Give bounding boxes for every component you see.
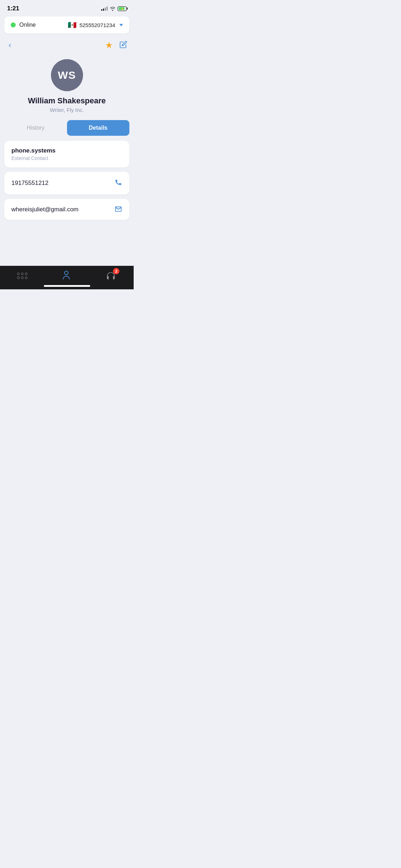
email-card[interactable]: whereisjuliet@gmail.com [4,199,129,220]
online-dot [11,22,16,27]
online-label: Online [19,22,36,28]
contacts-person-icon [61,271,71,281]
source-name: phone.systems [11,147,122,154]
signal-bars-icon [101,6,108,11]
call-icon[interactable] [114,178,122,188]
contact-title: Writer, Fly Inc. [50,107,84,113]
back-button[interactable]: ‹ [6,38,13,52]
tabs-row: History Details [4,120,129,136]
nav-item-calls[interactable]: 2 [105,271,117,281]
tab-history[interactable]: History [4,120,67,136]
online-status-bar[interactable]: Online 🇲🇽 525552071234 [4,16,129,33]
email-value: whereisjuliet@gmail.com [11,206,78,213]
contact-section: WS William Shakespeare Writer, Fly Inc. [0,53,134,120]
tab-details[interactable]: Details [67,120,130,136]
wifi-icon [110,6,115,11]
source-card: phone.systems External Contact [4,141,129,167]
status-bar: 1:21 ⚡ [0,0,134,14]
home-indicator [44,285,90,287]
avatar: WS [51,59,83,91]
email-icon[interactable] [114,205,122,213]
country-flag-icon: 🇲🇽 [68,21,77,29]
contact-name: William Shakespeare [28,96,106,105]
phone-card[interactable]: 19175551212 [4,172,129,195]
active-phone-number: 525552071234 [79,22,115,28]
nav-item-contacts[interactable] [61,271,71,281]
status-icons: ⚡ [101,6,127,11]
status-time: 1:21 [7,5,19,12]
calls-badge: 2 [113,268,119,274]
dropdown-arrow-icon[interactable] [119,24,123,26]
headset-icon: 2 [105,271,117,281]
nav-item-apps[interactable] [17,273,27,279]
favorite-star-icon[interactable]: ★ [105,40,113,50]
phone-value: 19175551212 [11,180,48,187]
source-label: External Contact [11,155,122,161]
edit-button[interactable] [119,41,127,50]
avatar-initials: WS [58,69,76,81]
edit-pencil-icon [119,41,127,48]
nav-row: ‹ ★ [0,36,134,53]
apps-grid-icon [17,273,27,279]
battery-icon: ⚡ [118,6,127,11]
